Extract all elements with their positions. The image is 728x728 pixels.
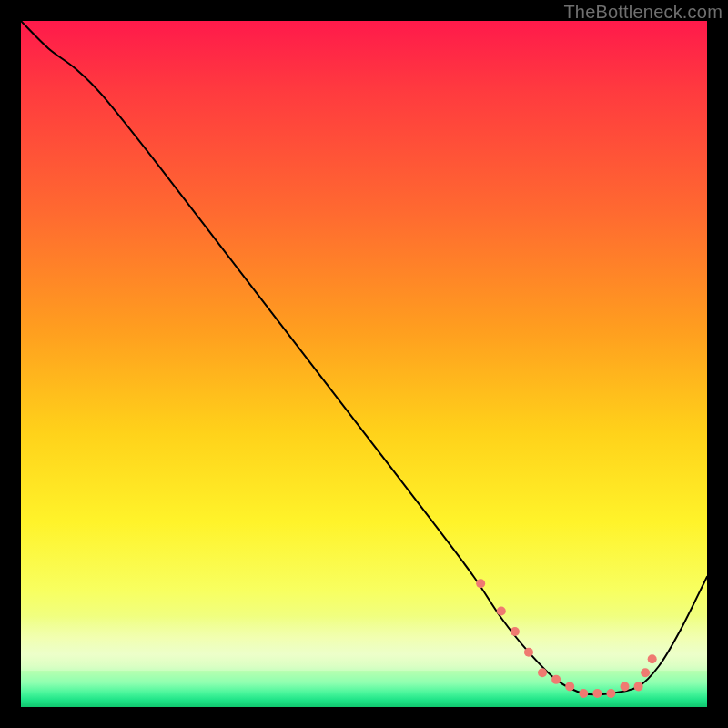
chart-stage: TheBottleneck.com (0, 0, 728, 728)
highlight-dot (606, 689, 615, 698)
highlight-dot (592, 689, 602, 698)
highlight-dot (579, 689, 588, 698)
highlight-dots (476, 579, 657, 698)
highlight-dot (621, 682, 630, 691)
highlight-dot (497, 606, 506, 615)
highlight-dot (538, 668, 547, 677)
highlight-dot (641, 668, 650, 677)
highlight-dot (551, 675, 561, 684)
watermark-text: TheBottleneck.com (563, 2, 723, 23)
highlight-dot (476, 579, 485, 588)
highlight-dot (648, 654, 657, 663)
highlight-dot (565, 682, 574, 691)
highlight-dot (511, 627, 520, 636)
highlight-dot (634, 682, 643, 691)
plot-area (21, 21, 707, 707)
highlight-dot (524, 648, 533, 657)
curve-layer (21, 21, 707, 707)
bottleneck-curve (21, 21, 707, 694)
